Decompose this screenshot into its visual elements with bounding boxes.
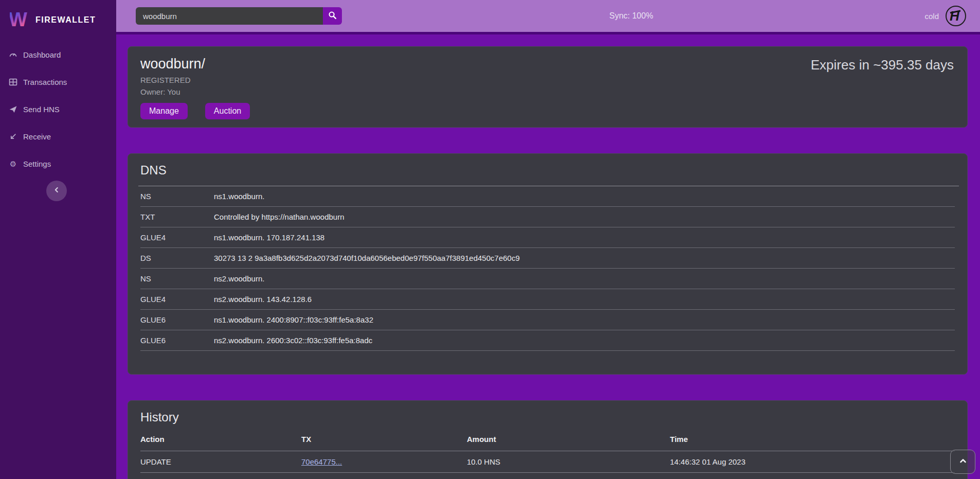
dns-record-row: NS ns1.woodburn. xyxy=(140,186,955,207)
sidebar-item-settings[interactable]: ⚙ Settings xyxy=(0,150,116,178)
dashboard-icon xyxy=(9,50,17,59)
gear-icon: ⚙ xyxy=(9,159,17,168)
history-row: UPDATE 70e64775... 10.0 HNS 14:46:32 01 … xyxy=(140,451,955,472)
domain-status: REGISTERED xyxy=(140,76,955,84)
column-header-action: Action xyxy=(140,435,301,443)
search-input[interactable] xyxy=(136,7,323,25)
dns-record-value: ns2.woodburn. 143.42.128.6 xyxy=(214,295,955,304)
dns-title: DNS xyxy=(140,163,955,178)
dns-record-type: GLUE4 xyxy=(140,233,214,242)
sidebar-item-send-hns[interactable]: Send HNS xyxy=(0,96,116,123)
sidebar-nav: Dashboard Transactions Send HNS Receive … xyxy=(0,41,116,178)
sync-status: Sync: 100% xyxy=(609,11,653,21)
firewallet-logo-icon: W xyxy=(10,9,28,31)
dns-record-value: 30273 13 2 9a3a8fb3d625d2a2073d740f10da6… xyxy=(214,254,955,262)
dns-record-type: TXT xyxy=(140,212,214,221)
dns-record-type: GLUE4 xyxy=(140,295,214,304)
column-header-tx: TX xyxy=(301,435,467,443)
collapse-sidebar-button[interactable] xyxy=(46,181,67,201)
dns-record-value: ns1.woodburn. xyxy=(214,192,955,201)
scroll-top-button[interactable] xyxy=(950,450,975,474)
dns-record-value: ns1.woodburn. 170.187.241.138 xyxy=(214,233,955,242)
history-card: History Action TX Amount Time UPDATE 70e… xyxy=(128,400,968,479)
dns-record-row: GLUE4 ns1.woodburn. 170.187.241.138 xyxy=(140,227,955,248)
dns-record-value: ns2.woodburn. xyxy=(214,274,955,283)
transactions-table-icon xyxy=(9,78,17,86)
tx-link[interactable]: 70e64775... xyxy=(301,457,342,466)
history-amount: 10.0 HNS xyxy=(467,457,670,466)
column-header-amount: Amount xyxy=(467,435,670,443)
topbar: Sync: 100% cold H xyxy=(116,0,980,34)
column-header-time: Time xyxy=(670,435,955,443)
dns-record-value: ns1.woodburn. 2400:8907::f03c:93ff:fe5a:… xyxy=(214,315,955,324)
dns-record-row: DS 30273 13 2 9a3a8fb3d625d2a2073d740f10… xyxy=(140,248,955,269)
dns-record-row: GLUE4 ns2.woodburn. 143.42.128.6 xyxy=(140,289,955,310)
sidebar-item-label: Send HNS xyxy=(23,105,60,114)
main-content: woodburn/ REGISTERED Owner: You Manage A… xyxy=(116,34,980,479)
dns-record-row: NS ns2.woodburn. xyxy=(140,269,955,289)
dns-record-value: Controlled by https://nathan.woodburn xyxy=(214,212,955,221)
dns-record-row: GLUE6 ns2.woodburn. 2600:3c02::f03c:93ff… xyxy=(140,330,955,351)
chevron-left-icon xyxy=(53,186,60,196)
chevron-up-icon xyxy=(959,457,967,467)
handshake-logo-icon[interactable]: H xyxy=(945,5,967,27)
sidebar-item-transactions[interactable]: Transactions xyxy=(0,68,116,96)
dns-record-value: ns2.woodburn. 2600:3c02::f03c:93ff:fe5a:… xyxy=(214,336,955,345)
expires-label: Expires in ~395.35 days xyxy=(811,57,954,73)
sidebar-item-label: Transactions xyxy=(23,78,67,86)
domain-owner: Owner: You xyxy=(140,87,955,96)
dns-record-type: GLUE6 xyxy=(140,315,214,324)
send-paper-plane-icon xyxy=(9,105,17,114)
svg-text:W: W xyxy=(10,9,27,29)
wallet-account: cold H xyxy=(924,5,967,27)
search-bar xyxy=(136,7,342,25)
history-row: RENEW d73c3e12... 10.0 HNS 15:45:06 07 J… xyxy=(140,472,955,479)
sidebar-item-label: Dashboard xyxy=(23,50,61,59)
brand: W FIREWALLET xyxy=(0,0,116,33)
dns-record-type: NS xyxy=(140,274,214,283)
dns-card: DNS NS ns1.woodburn. TXT Controlled by h… xyxy=(128,153,968,375)
wallet-name: cold xyxy=(924,12,939,21)
dns-record-row: TXT Controlled by https://nathan.woodbur… xyxy=(140,207,955,227)
history-title: History xyxy=(140,410,955,424)
sidebar-item-label: Receive xyxy=(23,132,51,141)
manage-button[interactable]: Manage xyxy=(140,103,188,119)
sidebar: W FIREWALLET Dashboard Transactions Send… xyxy=(0,0,116,479)
brand-name: FIREWALLET xyxy=(35,15,96,25)
sidebar-item-dashboard[interactable]: Dashboard xyxy=(0,41,116,68)
search-icon xyxy=(328,11,337,21)
dns-record-type: DS xyxy=(140,254,214,262)
sidebar-item-receive[interactable]: Receive xyxy=(0,123,116,150)
dns-record-type: NS xyxy=(140,192,214,201)
sidebar-item-label: Settings xyxy=(23,159,51,168)
history-time: 14:46:32 01 Aug 2023 xyxy=(670,457,955,466)
domain-card: woodburn/ REGISTERED Owner: You Manage A… xyxy=(128,46,968,128)
dns-record-row: GLUE6 ns1.woodburn. 2400:8907::f03c:93ff… xyxy=(140,310,955,330)
receive-arrow-icon xyxy=(9,132,17,141)
history-action: UPDATE xyxy=(140,457,301,466)
dns-record-type: GLUE6 xyxy=(140,336,214,345)
history-header-row: Action TX Amount Time xyxy=(140,424,955,451)
auction-button[interactable]: Auction xyxy=(205,103,250,119)
search-button[interactable] xyxy=(323,7,342,25)
